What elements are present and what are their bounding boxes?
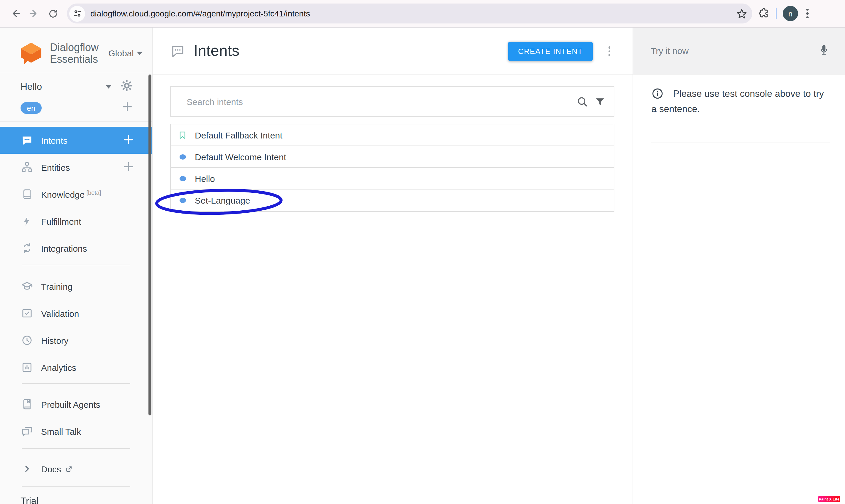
intent-row[interactable]: Set-Language (171, 190, 614, 211)
agent-dropdown-icon[interactable] (106, 85, 111, 89)
sidebar-divider (22, 486, 130, 487)
info-message: Please use test console above to try a s… (651, 87, 830, 115)
create-intent-button[interactable]: CREATE INTENT (508, 42, 593, 61)
sidebar-item-history[interactable]: History (0, 327, 152, 354)
sidebar: Dialogflow Essentials Global Hello (0, 28, 152, 504)
search-icon (576, 95, 589, 108)
sidebar-item-docs[interactable]: Docs (0, 455, 152, 482)
knowledge-book-icon (21, 188, 33, 200)
intents-options-button[interactable] (606, 44, 613, 58)
beta-tag: [beta] (86, 189, 101, 196)
sidebar-item-training[interactable]: Training (0, 273, 152, 300)
intent-dot-icon (179, 154, 186, 159)
bookmark-star-button[interactable] (736, 7, 748, 19)
sidebar-item-label: Integrations (41, 243, 87, 253)
training-cap-icon (21, 281, 33, 292)
info-icon (651, 87, 664, 103)
try-it-now-input[interactable]: Try it now (651, 46, 689, 56)
add-language-button[interactable] (122, 101, 133, 115)
microphone-icon (818, 42, 830, 57)
plus-icon (123, 133, 134, 145)
sidebar-item-label: Knowledge (41, 189, 85, 199)
plus-icon (122, 101, 133, 113)
sidebar-divider (22, 265, 130, 265)
sidebar-item-validation[interactable]: Validation (0, 300, 152, 327)
sidebar-item-label: Fulfillment (41, 216, 81, 226)
sidebar-item-label: Intents (41, 135, 68, 145)
sidebar-item-analytics[interactable]: Analytics (0, 354, 152, 381)
search-box (170, 86, 614, 117)
agent-settings-button[interactable] (120, 79, 133, 94)
sidebar-header: Dialogflow Essentials Global (0, 28, 152, 73)
gear-icon (120, 79, 133, 92)
language-badge[interactable]: en (20, 102, 42, 114)
sidebar-item-intents[interactable]: Intents (0, 127, 152, 154)
star-icon (736, 7, 748, 19)
site-settings-button[interactable] (69, 5, 85, 21)
sidebar-item-prebuilt-agents[interactable]: Prebuilt Agents (0, 391, 152, 418)
sidebar-item-label: Small Talk (41, 426, 81, 436)
url-text[interactable]: dialogflow.cloud.google.com/#/agent/mypr… (90, 9, 736, 18)
intent-row[interactable]: Hello (171, 168, 614, 190)
back-button[interactable] (6, 4, 25, 23)
intents-page-icon (171, 44, 185, 58)
sidebar-divider (22, 383, 130, 384)
chevron-right-icon (21, 463, 33, 475)
search-button[interactable] (576, 95, 589, 108)
agent-name[interactable]: Hello (20, 82, 42, 92)
sidebar-divider (22, 448, 130, 449)
brand-name: Dialogflow Essentials (50, 41, 98, 65)
intent-row[interactable]: Default Fallback Intent (171, 124, 614, 146)
agent-block: Hello (0, 73, 152, 122)
intents-body: Default Fallback Intent Default Welcome … (152, 74, 633, 504)
main-header: Intents CREATE INTENT (152, 28, 633, 74)
intent-row[interactable]: Default Welcome Intent (171, 146, 614, 168)
brand-line2: Essentials (50, 53, 98, 65)
intent-list: Default Fallback Intent Default Welcome … (170, 124, 614, 212)
sidebar-item-label: Prebuilt Agents (41, 399, 100, 409)
site-settings-tune-icon (72, 9, 82, 18)
upgrade-link[interactable]: Upgrade (97, 503, 131, 504)
external-link-icon (65, 465, 73, 473)
profile-avatar[interactable]: n (783, 6, 798, 21)
sidebar-item-label: Training (41, 281, 72, 291)
sidebar-item-integrations[interactable]: Integrations (0, 235, 152, 262)
address-bar[interactable]: dialogflow.cloud.google.com/#/agent/mypr… (67, 3, 752, 23)
extensions-button[interactable] (758, 7, 770, 19)
sidebar-item-label: Analytics (41, 362, 76, 372)
add-intent-button[interactable] (123, 133, 134, 147)
fallback-bookmark-icon (178, 130, 186, 139)
search-input[interactable] (185, 96, 576, 107)
history-clock-icon (21, 335, 33, 346)
reload-icon (47, 8, 58, 19)
browser-toolbar: dialogflow.cloud.google.com/#/agent/mypr… (0, 0, 845, 27)
intent-dot-icon (179, 176, 186, 181)
dialogflow-logo-icon (19, 41, 43, 65)
paint-x-lite-watermark: Paint X Lite (818, 496, 840, 502)
intent-dot-icon (179, 198, 186, 203)
microphone-button[interactable] (818, 42, 830, 59)
sidebar-item-label: Validation (41, 308, 79, 318)
sidebar-item-knowledge[interactable]: Knowledge[beta] (0, 181, 152, 208)
region-selector[interactable]: Global (108, 48, 143, 58)
forward-button[interactable] (25, 4, 43, 23)
panel-divider (651, 143, 830, 143)
browser-window: dialogflow.cloud.google.com/#/agent/mypr… (0, 0, 845, 504)
validation-check-icon (21, 307, 33, 319)
sidebar-item-small-talk[interactable]: Small Talk (0, 418, 152, 445)
prebuilt-agents-book-icon (21, 398, 33, 410)
sidebar-item-fulfillment[interactable]: Fulfillment (0, 208, 152, 235)
sidebar-item-label: Entities (41, 162, 70, 172)
browser-menu-button[interactable] (804, 6, 811, 21)
sidebar-scrollbar[interactable] (148, 74, 151, 415)
test-console-header: Try it now (633, 28, 845, 74)
intents-chat-icon (21, 134, 33, 146)
info-message-text: Please use test console above to try a s… (651, 89, 824, 114)
filter-button[interactable] (594, 96, 606, 107)
toolbar-right-cluster: n (758, 6, 811, 21)
add-entity-button[interactable] (123, 160, 134, 174)
page-title: Intents (194, 42, 239, 60)
sidebar-item-entities[interactable]: Entities (0, 154, 152, 181)
forward-arrow-icon (28, 7, 40, 19)
reload-button[interactable] (43, 4, 62, 23)
